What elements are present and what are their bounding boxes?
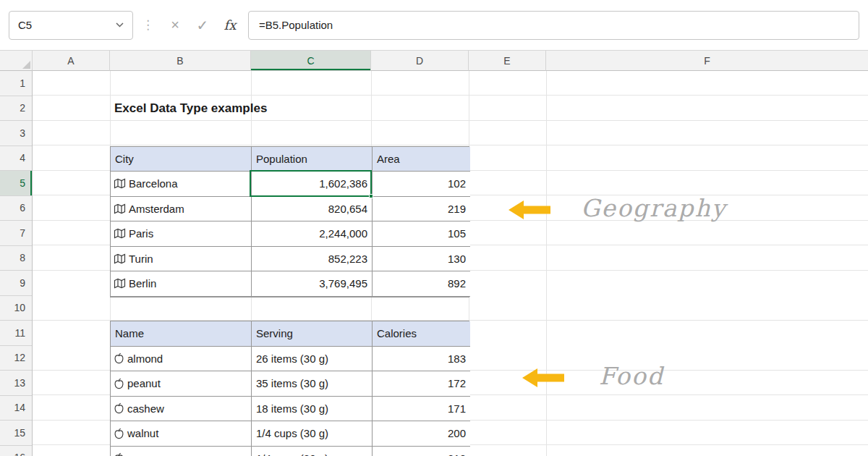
row-header-1[interactable]: 1 [0, 71, 32, 96]
food-name: pecan [127, 452, 157, 456]
cell-city-berlin[interactable]: Berlin [111, 271, 252, 297]
row-header-12[interactable]: 12 [0, 346, 32, 371]
food-name: walnut [127, 427, 158, 439]
apple-icon [114, 352, 124, 364]
row-header-3[interactable]: 3 [0, 121, 32, 146]
cell-area-berlin[interactable]: 892 [373, 271, 470, 297]
food-header-serving[interactable]: Serving [252, 321, 373, 347]
cell-city-barcelona[interactable]: Barcelona [111, 172, 252, 197]
city-name: Berlin [129, 277, 156, 290]
column-header-c[interactable]: C [251, 51, 371, 71]
cell-city-paris[interactable]: Paris [111, 221, 252, 247]
cell-calories-walnut[interactable]: 200 [373, 421, 470, 447]
cell-serving-almond[interactable]: 26 items (30 g) [252, 347, 373, 372]
cell-serving-pecan[interactable]: 1/4 cups (30 g) [252, 447, 373, 456]
food-arrow-icon [522, 368, 564, 387]
spreadsheet: A B C D E F 1 2 3 4 5 6 7 8 9 10 11 12 1… [0, 51, 868, 456]
row-header-9[interactable]: 9 [0, 271, 32, 296]
map-icon [114, 253, 126, 264]
row-header-11[interactable]: 11 [0, 321, 32, 346]
map-icon [114, 278, 126, 289]
cell-area-paris[interactable]: 105 [373, 221, 470, 247]
cell-area-turin[interactable]: 130 [373, 247, 470, 272]
cell-population-amsterdam[interactable]: 820,654 [252, 197, 373, 222]
map-icon [114, 203, 126, 214]
cell-serving-peanut[interactable]: 35 items (30 g) [252, 371, 373, 397]
row-header-14[interactable]: 14 [0, 396, 32, 421]
row-header-8[interactable]: 8 [0, 246, 32, 271]
geography-arrow-icon [509, 200, 550, 219]
drag-handle-icon: ⋮ [142, 17, 154, 33]
geo-header-city[interactable]: City [111, 147, 252, 172]
column-header-b[interactable]: B [110, 51, 251, 71]
sheet-title[interactable]: Excel Data Type examples [114, 96, 267, 122]
geography-table: City Population Area Barcelona 1,602,386… [110, 146, 469, 297]
row-header-4[interactable]: 4 [0, 146, 32, 172]
food-table: Name Serving Calories almond 26 items (3… [110, 321, 469, 456]
cell-food-pecan[interactable]: pecan [111, 447, 252, 456]
food-name: almond [127, 352, 163, 365]
column-header-f[interactable]: F [546, 51, 868, 71]
apple-icon [114, 428, 124, 439]
insert-function-button[interactable]: fx [216, 11, 244, 40]
name-box[interactable]: C5 [9, 11, 133, 40]
enter-button[interactable]: ✓ [189, 11, 216, 40]
city-name: Amsterdam [129, 203, 184, 215]
geo-header-area[interactable]: Area [373, 147, 470, 172]
cell-city-turin[interactable]: Turin [111, 247, 252, 272]
cell-calories-almond[interactable]: 183 [373, 347, 470, 372]
name-box-value: C5 [18, 19, 32, 31]
cell-area-barcelona[interactable]: 102 [373, 172, 470, 197]
row-header-6[interactable]: 6 [0, 196, 32, 221]
cell-population-paris[interactable]: 2,244,000 [252, 221, 373, 247]
cell-calories-peanut[interactable]: 172 [373, 371, 470, 397]
city-name: Barcelona [129, 177, 178, 190]
apple-icon [114, 452, 124, 456]
cell-calories-cashew[interactable]: 171 [373, 397, 470, 422]
row-header-13[interactable]: 13 [0, 371, 32, 396]
cell-serving-cashew[interactable]: 18 items (30 g) [252, 397, 373, 422]
cell-calories-pecan[interactable]: 218 [373, 447, 470, 456]
cell-food-peanut[interactable]: peanut [111, 371, 252, 397]
cancel-button[interactable]: × [161, 11, 189, 40]
row-header-16[interactable]: 16 [0, 446, 32, 456]
formula-bar: C5 ⋮ × ✓ fx =B5.Population [0, 0, 868, 51]
map-icon [114, 228, 126, 239]
chevron-down-icon[interactable] [116, 22, 124, 28]
row-header-7[interactable]: 7 [0, 221, 32, 246]
geography-label: Geography [581, 194, 726, 222]
column-header-a[interactable]: A [33, 51, 110, 71]
food-name: peanut [127, 377, 161, 389]
cell-population-berlin[interactable]: 3,769,495 [252, 271, 373, 297]
cell-population-turin[interactable]: 852,223 [252, 247, 373, 272]
apple-icon [114, 402, 124, 414]
food-header-calories[interactable]: Calories [373, 321, 470, 347]
select-all-corner[interactable] [0, 51, 33, 71]
cell-food-walnut[interactable]: walnut [111, 421, 252, 447]
cell-serving-walnut[interactable]: 1/4 cups (30 g) [252, 421, 373, 447]
row-header-2[interactable]: 2 [0, 96, 32, 122]
food-name: cashew [127, 402, 164, 415]
gridline-e-f [546, 71, 547, 456]
column-header-e[interactable]: E [469, 51, 546, 71]
row-header-10[interactable]: 10 [0, 296, 32, 321]
geo-header-population[interactable]: Population [252, 147, 373, 172]
row-header-15[interactable]: 15 [0, 421, 32, 446]
row-headers: 1 2 3 4 5 6 7 8 9 10 11 12 13 14 15 16 [0, 71, 33, 456]
select-all-triangle-icon [22, 61, 30, 69]
cell-food-cashew[interactable]: cashew [111, 397, 252, 422]
cell-area-amsterdam[interactable]: 219 [373, 197, 470, 222]
column-headers: A B C D E F [0, 51, 868, 71]
excel-app: C5 ⋮ × ✓ fx =B5.Population A B C D [0, 0, 868, 456]
food-label: Food [599, 362, 664, 390]
column-header-d[interactable]: D [371, 51, 469, 71]
map-icon [114, 178, 126, 189]
row-header-5[interactable]: 5 [0, 171, 32, 196]
cell-population-barcelona[interactable]: 1,602,386 [252, 172, 373, 197]
food-header-name[interactable]: Name [111, 321, 252, 347]
formula-input[interactable]: =B5.Population [248, 11, 859, 40]
city-name: Turin [129, 253, 153, 265]
cell-food-almond[interactable]: almond [111, 347, 252, 372]
cell-city-amsterdam[interactable]: Amsterdam [111, 197, 252, 222]
apple-icon [114, 378, 124, 389]
